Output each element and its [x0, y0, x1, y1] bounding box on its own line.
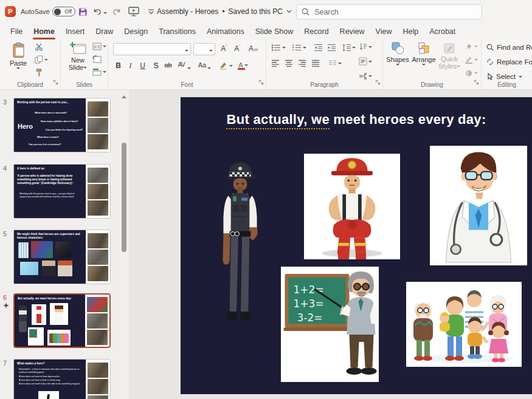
slide-number-4: 4 [3, 165, 12, 172]
shape-fill-button[interactable] [465, 43, 478, 50]
font-dialog-launcher[interactable] [258, 77, 264, 87]
align-right-button[interactable] [298, 60, 306, 67]
tab-slide-show[interactable]: Slide Show [250, 24, 299, 39]
tab-help[interactable]: Help [397, 24, 424, 39]
text-shadow-button[interactable]: S [151, 61, 161, 70]
slide-thumbnail-6-selected[interactable]: But actually, we meet heroes every day: [13, 293, 111, 348]
tab-acrobat[interactable]: Acrobat [424, 24, 461, 39]
title-dropdown-chevron [286, 10, 292, 13]
smartart-chevron [368, 75, 372, 79]
search-input[interactable] [313, 7, 477, 17]
numbering-button[interactable] [292, 44, 306, 52]
quick-access-toolbar-button[interactable] [145, 6, 157, 17]
cut-icon [35, 43, 43, 51]
decrease-indent-button[interactable] [314, 44, 323, 52]
increase-indent-button[interactable] [327, 44, 336, 52]
text-direction-button[interactable] [359, 43, 372, 51]
scrollbar-thumb[interactable] [122, 143, 126, 252]
line-spacing-button[interactable] [342, 44, 356, 52]
slide-thumbnail-3[interactable]: Working with the person next to you... W… [13, 98, 111, 152]
thumb3-line: What letter does it start with? [35, 112, 67, 114]
firefighter-image[interactable] [304, 154, 400, 259]
current-slide[interactable]: But actually, we meet heroes every day: [181, 97, 532, 394]
clear-formatting-button[interactable]: A [248, 44, 258, 53]
slideshow-icon [128, 7, 139, 17]
bullets-button[interactable] [271, 44, 286, 52]
slide-thumbnail-7[interactable]: What makes a hero? Remember!...a hero is… [13, 359, 111, 399]
layout-button[interactable] [92, 43, 106, 50]
change-case-chevron[interactable] [207, 67, 211, 71]
character-spacing-button[interactable]: AV [176, 61, 187, 68]
strikethrough-button[interactable]: ab [163, 61, 173, 69]
undo-button[interactable] [91, 6, 103, 17]
drawing-dialog-launcher[interactable] [474, 77, 479, 87]
new-slide-button[interactable]: New Slide [64, 42, 91, 70]
search-box[interactable] [296, 4, 482, 19]
convert-smartart-button[interactable] [359, 72, 372, 80]
new-slide-label-line2: Slide [69, 64, 83, 70]
paste-button[interactable]: Paste [5, 42, 32, 71]
thumbnail-photo [88, 184, 108, 199]
italic-button[interactable]: I [125, 61, 136, 70]
font-name-combo[interactable] [113, 43, 191, 55]
thumbnail-scrollbar[interactable] [119, 90, 129, 399]
autosave-toggle[interactable]: Off [52, 7, 75, 16]
replace-button[interactable]: Replace For [486, 58, 532, 66]
undo-dropdown-chevron[interactable] [103, 12, 107, 16]
arrange-button[interactable]: Arrange [411, 42, 437, 67]
change-case-button[interactable]: Aa [197, 61, 207, 69]
tab-review[interactable]: Review [334, 24, 370, 39]
doctor-image[interactable] [430, 146, 527, 265]
shapes-button[interactable]: Shapes [387, 42, 409, 67]
document-title-group[interactable]: Assembly - Heroes • Saved to this PC [157, 0, 292, 23]
align-text-button[interactable] [359, 57, 372, 66]
tab-insert[interactable]: Insert [60, 24, 90, 39]
teacher-image[interactable]: 1+2= 1+3= 3-2= [281, 267, 379, 382]
shape-outline-button[interactable] [465, 56, 478, 64]
character-spacing-chevron[interactable] [187, 67, 191, 71]
tab-home[interactable]: Home [28, 24, 60, 39]
start-slideshow-button[interactable] [128, 6, 140, 17]
tab-design[interactable]: Design [119, 24, 153, 39]
scrollbar-up-arrow[interactable] [122, 93, 126, 98]
tab-view[interactable]: View [370, 24, 398, 39]
paste-chevron [16, 67, 20, 71]
bold-button[interactable]: B [113, 61, 123, 70]
slide-title[interactable]: But actually, we meet heroes every day: [181, 112, 532, 128]
justify-button[interactable] [311, 60, 320, 67]
copy-button[interactable] [35, 55, 48, 64]
align-left-button[interactable] [271, 60, 280, 67]
font-color-button[interactable]: A [238, 61, 248, 69]
find-button[interactable]: Find and Re [486, 44, 532, 51]
save-button[interactable] [77, 6, 89, 17]
thumb3-title: Working with the person next to you... [17, 101, 69, 104]
cut-button[interactable] [35, 43, 43, 51]
tab-draw[interactable]: Draw [90, 24, 119, 39]
slide-thumbnail-5[interactable]: We might think that heroes are superstar… [13, 230, 111, 284]
police-officer-image[interactable] [209, 158, 271, 338]
columns-button[interactable] [328, 60, 342, 67]
redo-button[interactable] [111, 6, 123, 17]
underline-button[interactable]: U [137, 61, 148, 70]
section-button[interactable] [92, 68, 106, 76]
thumb7-bullet: A hero does not need to fly or be able t… [19, 383, 82, 386]
format-painter-button[interactable] [35, 68, 43, 77]
tab-animations[interactable]: Animations [201, 24, 250, 39]
family-image[interactable] [406, 282, 522, 367]
reset-button[interactable] [92, 55, 102, 63]
tab-transitions[interactable]: Transitions [153, 24, 201, 39]
tab-record[interactable]: Record [299, 24, 334, 39]
select-button[interactable]: Select [486, 73, 522, 80]
grow-font-button[interactable]: Aˆ [219, 44, 229, 53]
font-size-combo[interactable] [193, 43, 215, 55]
slide-thumbnail-4[interactable]: A hero is defined as: 'A person who is a… [13, 164, 111, 219]
clipboard-dialog-launcher[interactable] [53, 77, 58, 87]
format-painter-icon [35, 68, 43, 77]
paragraph-dialog-launcher[interactable] [375, 77, 381, 87]
search-icon [302, 8, 309, 16]
quick-styles-button[interactable]: Quick Styles [438, 42, 461, 69]
align-center-button[interactable] [285, 60, 293, 67]
text-highlight-button[interactable] [219, 61, 233, 70]
shrink-font-button[interactable]: Aˇ [232, 44, 243, 53]
tab-file[interactable]: File [5, 24, 28, 39]
